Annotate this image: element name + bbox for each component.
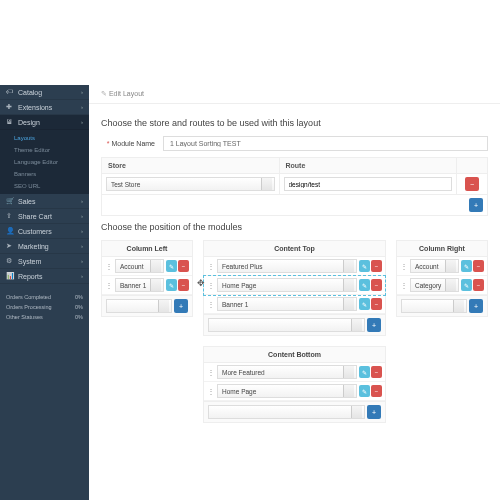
sidebar-item-design[interactable]: 🖥Design› <box>0 115 89 130</box>
chart-icon: 📊 <box>6 272 14 280</box>
drag-handle-icon[interactable]: ⋮ <box>207 368 215 377</box>
tag-icon: 🏷 <box>6 88 14 96</box>
store-header: Store <box>102 158 280 173</box>
module-row[interactable]: ⋮Featured Plus✎− <box>204 257 385 276</box>
sidebar-item-system[interactable]: ⚙System› <box>0 254 89 269</box>
module-name-label: * Module Name <box>101 140 163 147</box>
remove-module-button[interactable]: − <box>178 260 189 272</box>
edit-module-button[interactable]: ✎ <box>461 260 472 272</box>
content-bottom: Content Bottom ⋮More Featured✎− ⋮Home Pa… <box>203 346 386 423</box>
edit-module-button[interactable]: ✎ <box>166 279 177 291</box>
remove-module-button[interactable]: − <box>371 260 382 272</box>
sidebar-sub-layouts[interactable]: Layouts <box>0 132 89 144</box>
route-input[interactable] <box>284 177 453 191</box>
module-add-select[interactable] <box>401 299 467 313</box>
sidebar-item-marketing[interactable]: ➤Marketing› <box>0 239 89 254</box>
breadcrumb: ✎ Edit Layout <box>89 85 500 104</box>
chevron-right-icon: › <box>81 228 83 234</box>
drag-handle-icon[interactable]: ⋮ <box>207 300 215 309</box>
module-add-select[interactable] <box>106 299 172 313</box>
chevron-right-icon: › <box>81 273 83 279</box>
add-route-button[interactable]: + <box>469 198 483 212</box>
module-select[interactable]: Account <box>410 259 459 273</box>
module-row[interactable]: ⋮Account✎− <box>102 257 192 276</box>
module-add-select[interactable] <box>208 405 365 419</box>
remove-route-button[interactable]: − <box>465 177 479 191</box>
route-header: Route <box>280 158 458 173</box>
column-right-title: Column Right <box>397 241 487 257</box>
drag-handle-icon[interactable]: ⋮ <box>105 262 113 271</box>
module-row[interactable]: ⋮Home Page✎− <box>204 382 385 401</box>
drag-handle-icon[interactable]: ⋮ <box>105 281 113 290</box>
module-select[interactable]: Home Page <box>217 384 357 398</box>
sidebar-item-catalog[interactable]: 🏷Catalog› <box>0 85 89 100</box>
chevron-right-icon: › <box>81 198 83 204</box>
sidebar-sub-language-editor[interactable]: Language Editor <box>0 156 89 168</box>
module-row[interactable]: ⋮Home Page✎− <box>204 276 385 295</box>
sidebar-sub-seo-url[interactable]: SEO URL <box>0 180 89 192</box>
module-select[interactable]: More Featured <box>217 365 357 379</box>
add-module-button[interactable]: + <box>174 299 188 313</box>
remove-module-button[interactable]: − <box>473 260 484 272</box>
sidebar-sub-theme-editor[interactable]: Theme Editor <box>0 144 89 156</box>
drag-handle-icon[interactable]: ⋮ <box>400 281 408 290</box>
module-row[interactable]: ⋮Banner 1✎− <box>102 276 192 295</box>
content-bottom-title: Content Bottom <box>204 347 385 363</box>
module-row[interactable]: ⋮Banner 1✎− <box>204 295 385 314</box>
module-select[interactable]: Featured Plus <box>217 259 357 273</box>
sidebar-item-customers[interactable]: 👤Customers› <box>0 224 89 239</box>
remove-module-button[interactable]: − <box>371 366 382 378</box>
chevron-right-icon: › <box>81 104 83 110</box>
remove-module-button[interactable]: − <box>371 298 382 310</box>
chevron-right-icon: › <box>81 119 83 125</box>
drag-handle-icon[interactable]: ⋮ <box>207 281 215 290</box>
chevron-right-icon: › <box>81 258 83 264</box>
chevron-right-icon: › <box>81 243 83 249</box>
sidebar-submenu: Layouts Theme Editor Language Editor Ban… <box>0 130 89 194</box>
edit-module-button[interactable]: ✎ <box>166 260 177 272</box>
breadcrumb-edit: Edit Layout <box>109 90 144 97</box>
edit-module-button[interactable]: ✎ <box>359 366 370 378</box>
module-select[interactable]: Home Page <box>217 278 357 292</box>
section-title-modules: Choose the position of the modules <box>101 222 488 232</box>
module-row[interactable]: ⋮More Featured✎− <box>204 363 385 382</box>
drag-handle-icon[interactable]: ⋮ <box>207 387 215 396</box>
share-icon: ⇪ <box>6 212 14 220</box>
edit-module-button[interactable]: ✎ <box>359 260 370 272</box>
user-icon: 👤 <box>6 227 14 235</box>
remove-module-button[interactable]: − <box>371 279 382 291</box>
module-select[interactable]: Category <box>410 278 459 292</box>
add-module-button[interactable]: + <box>469 299 483 313</box>
edit-module-button[interactable]: ✎ <box>359 298 370 310</box>
desktop-icon: 🖥 <box>6 118 14 126</box>
chevron-right-icon: › <box>81 89 83 95</box>
edit-module-button[interactable]: ✎ <box>461 279 472 291</box>
module-name-input[interactable] <box>163 136 488 151</box>
drag-handle-icon[interactable]: ⋮ <box>207 262 215 271</box>
module-select[interactable]: Banner 1 <box>217 297 357 311</box>
sidebar-item-reports[interactable]: 📊Reports› <box>0 269 89 284</box>
drag-handle-icon[interactable]: ⋮ <box>400 262 408 271</box>
gear-icon: ⚙ <box>6 257 14 265</box>
add-module-button[interactable]: + <box>367 405 381 419</box>
module-row[interactable]: ⋮Category✎− <box>397 276 487 295</box>
edit-module-button[interactable]: ✎ <box>359 279 370 291</box>
sidebar-sub-banners[interactable]: Banners <box>0 168 89 180</box>
sidebar-item-share-cart[interactable]: ⇪Share Cart› <box>0 209 89 224</box>
store-select[interactable]: Test Store <box>106 177 275 191</box>
add-module-button[interactable]: + <box>367 318 381 332</box>
module-add-select[interactable] <box>208 318 365 332</box>
section-title-store-routes: Choose the store and routes to be used w… <box>101 118 488 128</box>
edit-module-button[interactable]: ✎ <box>359 385 370 397</box>
sidebar-item-extensions[interactable]: ✚Extensions› <box>0 100 89 115</box>
module-select[interactable]: Banner 1 <box>115 278 164 292</box>
stat-orders-processing: Orders Processing0% <box>4 302 85 312</box>
module-select[interactable]: Account <box>115 259 164 273</box>
remove-module-button[interactable]: − <box>178 279 189 291</box>
sidebar-item-sales[interactable]: 🛒Sales› <box>0 194 89 209</box>
column-left-title: Column Left <box>102 241 192 257</box>
remove-module-button[interactable]: − <box>371 385 382 397</box>
chevron-right-icon: › <box>81 213 83 219</box>
module-row[interactable]: ⋮Account✎− <box>397 257 487 276</box>
remove-module-button[interactable]: − <box>473 279 484 291</box>
